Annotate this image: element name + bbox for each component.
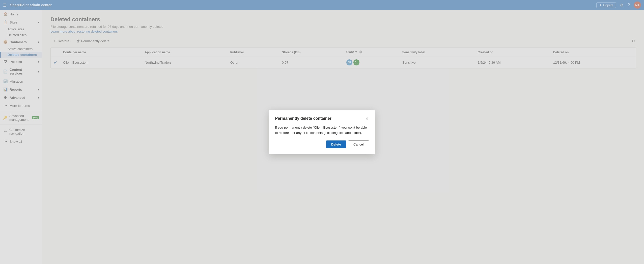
dialog-body: If you permanently delete "Client Ecosys… (275, 125, 369, 136)
modal-overlay: Permanently delete container ✕ If you pe… (0, 0, 644, 264)
dialog-cancel-button[interactable]: Cancel (348, 140, 369, 148)
dialog-header: Permanently delete container ✕ (275, 116, 369, 122)
dialog-close-button[interactable]: ✕ (365, 116, 369, 122)
permanently-delete-dialog: Permanently delete container ✕ If you pe… (269, 110, 375, 155)
dialog-title: Permanently delete container (275, 116, 331, 121)
dialog-actions: Delete Cancel (275, 140, 369, 148)
dialog-delete-button[interactable]: Delete (326, 140, 346, 148)
